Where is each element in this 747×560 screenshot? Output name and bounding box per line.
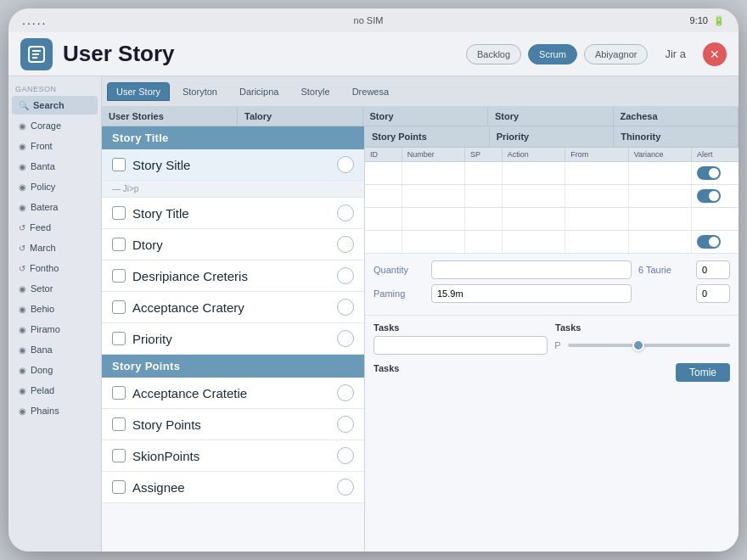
- circle-icon: ◉: [19, 345, 26, 355]
- sidebar-item-march[interactable]: ↺ March: [12, 238, 98, 257]
- checkbox-description[interactable]: [112, 269, 126, 283]
- rt-col-priority: Priority: [490, 126, 615, 147]
- tablet-frame: ..... no SIM 9:10 🔋 User Story Backlog S…: [8, 8, 739, 552]
- sidebar-item-bana[interactable]: ◉ Bana: [12, 340, 98, 359]
- form-input-taurie[interactable]: [696, 260, 730, 279]
- checklist-item-dtory[interactable]: Dtory: [102, 229, 364, 260]
- tab-backlog[interactable]: Backlog: [466, 44, 521, 64]
- form-label-quantity: Quantity: [374, 265, 424, 275]
- form-input-paming[interactable]: [431, 284, 632, 303]
- circle-icon: ◉: [19, 386, 26, 395]
- circle-icon: ◉: [19, 366, 26, 375]
- sub-col-number: Number: [402, 148, 465, 161]
- checkbox-priority[interactable]: [112, 332, 126, 345]
- sidebar-item-label: Pelad: [31, 385, 54, 395]
- item-circle-9[interactable]: [337, 447, 354, 464]
- sidebar-item-phains[interactable]: ◉ Phains: [12, 401, 98, 420]
- rt-cell: [503, 231, 565, 253]
- checkbox-assignee[interactable]: [112, 480, 126, 494]
- form-input-paming2[interactable]: [696, 284, 730, 303]
- item-circle[interactable]: [337, 156, 354, 173]
- sub-col-variance: Variance: [629, 148, 692, 161]
- tab-scrum[interactable]: Scrum: [528, 44, 577, 64]
- sidebar-item-behio[interactable]: ◉ Behio: [12, 300, 98, 318]
- item-circle-6[interactable]: [337, 330, 354, 347]
- sidebar-item-piramo[interactable]: ◉ Piramo: [12, 320, 98, 339]
- checklist-item-assignee[interactable]: Assignee: [102, 472, 364, 503]
- toggle-2[interactable]: [697, 189, 721, 203]
- sidebar-item-policy[interactable]: ◉ Policy: [12, 177, 98, 196]
- sidebar-item-label: Front: [31, 141, 53, 151]
- sidebar-item-corage[interactable]: ◉ Corage: [12, 116, 98, 135]
- rt-cell-empty: [692, 208, 739, 230]
- sidebar-item-fontho[interactable]: ↺ Fontho: [12, 259, 98, 277]
- sidebar-item-batera[interactable]: ◉ Batera: [12, 198, 98, 216]
- sidebar-item-search[interactable]: 🔍 Search: [12, 96, 98, 115]
- checklist-item-acceptance-criteria[interactable]: Acceptance Cratetie: [102, 378, 364, 409]
- rt-cell: [402, 185, 465, 207]
- done-button[interactable]: Tomie: [676, 363, 730, 382]
- sidebar-item-dong[interactable]: ◉ Dong: [12, 361, 98, 379]
- rt-cell: [465, 208, 503, 230]
- rt-cell: [565, 162, 628, 184]
- sidebar-item-pelad[interactable]: ◉ Pelad: [12, 381, 98, 400]
- tasks-col-label-3: Tasks: [374, 363, 669, 382]
- checklist-item-story-title[interactable]: Story Title: [102, 198, 364, 229]
- sidebar-item-label: Behio: [31, 304, 54, 314]
- item-circle-10[interactable]: [337, 479, 354, 496]
- item-circle-2[interactable]: [337, 204, 354, 221]
- circle-icon: ◉: [19, 284, 26, 294]
- checkbox-skion-points[interactable]: [112, 449, 126, 462]
- item-circle-8[interactable]: [337, 416, 354, 433]
- task-separator: P: [554, 340, 560, 350]
- form-row-quantity: Quantity 6 Taurie: [374, 260, 730, 279]
- checkbox-story-points[interactable]: [112, 417, 126, 431]
- rt-cell-toggle[interactable]: [692, 231, 739, 253]
- sub-col-from: From: [565, 148, 628, 161]
- rt-cell-toggle[interactable]: [692, 162, 739, 184]
- item-circle-4[interactable]: [337, 267, 354, 284]
- battery-icon: 🔋: [713, 15, 725, 26]
- checklist-item-story-sitle[interactable]: Story Sitle: [102, 149, 364, 181]
- item-circle-5[interactable]: [337, 299, 354, 316]
- toggle-4[interactable]: [697, 235, 721, 249]
- sidebar-item-front[interactable]: ◉ Front: [12, 137, 98, 155]
- sidebar-item-feed[interactable]: ↺ Feed: [12, 218, 98, 237]
- checkbox-acceptance[interactable]: [112, 300, 126, 314]
- rt-cell: [365, 231, 402, 253]
- rt-cell: [365, 162, 402, 184]
- rt-cell: [565, 208, 628, 230]
- checkbox-acceptance-criteria[interactable]: [112, 386, 126, 400]
- checklist-item-description[interactable]: Desripiance Creteris: [102, 260, 364, 292]
- toggle-1[interactable]: [697, 166, 721, 180]
- checklist-item-priority[interactable]: Priority: [102, 323, 364, 355]
- tab-abiyagnor[interactable]: Abiyagnor: [584, 44, 649, 64]
- sidebar-item-banta[interactable]: ◉ Banta: [12, 157, 98, 176]
- time-display: 9:10: [690, 15, 708, 25]
- task-input-1[interactable]: [374, 336, 548, 355]
- task-slider[interactable]: [568, 344, 730, 347]
- form-input-quantity[interactable]: [431, 260, 632, 279]
- tab-user-story[interactable]: User Story: [107, 82, 170, 101]
- tab-storyton[interactable]: Storyton: [173, 82, 227, 101]
- checkbox-dtory[interactable]: [112, 238, 126, 251]
- tab-drewesa[interactable]: Drewesa: [343, 82, 398, 101]
- item-circle-3[interactable]: [337, 236, 354, 253]
- sidebar-item-label: March: [30, 243, 56, 253]
- checkbox-story-sitle[interactable]: [112, 158, 126, 171]
- item-circle-7[interactable]: [337, 384, 354, 401]
- rt-cell-toggle[interactable]: [692, 185, 739, 207]
- checklist-item-skion-points[interactable]: SkionPoints: [102, 440, 364, 472]
- two-panel: Story Title Story Sitle — Ji>p Story Tit…: [102, 126, 739, 552]
- app-title: User Story: [63, 41, 456, 67]
- checkbox-story-title[interactable]: [112, 206, 126, 220]
- sidebar-item-setor[interactable]: ◉ Setor: [12, 279, 98, 298]
- checklist-item-story-points[interactable]: Story Points: [102, 409, 364, 440]
- checklist-item-acceptance[interactable]: Acceptance Cratery: [102, 292, 364, 323]
- signal-dots: .....: [22, 14, 47, 27]
- circle-icon: ◉: [19, 305, 26, 314]
- tab-storyle[interactable]: Storyle: [291, 82, 339, 101]
- close-button[interactable]: ✕: [703, 42, 727, 66]
- circle-icon: ◉: [19, 203, 26, 212]
- tab-daricipna[interactable]: Daricipna: [230, 82, 288, 101]
